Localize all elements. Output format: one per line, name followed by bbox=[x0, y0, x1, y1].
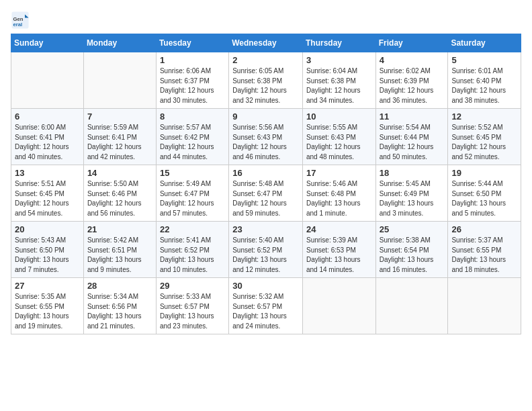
calendar-cell: 18Sunrise: 5:45 AM Sunset: 6:49 PM Dayli… bbox=[375, 165, 448, 222]
day-number: 29 bbox=[160, 281, 225, 291]
day-number: 5 bbox=[451, 55, 517, 65]
day-number: 27 bbox=[15, 281, 80, 291]
column-header-monday: Monday bbox=[83, 34, 156, 52]
day-number: 15 bbox=[160, 168, 225, 178]
calendar-cell: 30Sunrise: 5:32 AM Sunset: 6:57 PM Dayli… bbox=[229, 278, 303, 334]
day-number: 16 bbox=[232, 168, 299, 178]
calendar-cell bbox=[83, 52, 156, 109]
calendar-cell: 2Sunrise: 6:05 AM Sunset: 6:38 PM Daylig… bbox=[229, 52, 303, 109]
day-number: 6 bbox=[15, 111, 80, 122]
calendar-cell bbox=[448, 278, 521, 334]
day-info: Sunrise: 5:56 AM Sunset: 6:43 PM Dayligh… bbox=[232, 123, 299, 162]
day-number: 14 bbox=[87, 168, 152, 178]
day-number: 17 bbox=[306, 168, 372, 178]
day-number: 22 bbox=[160, 224, 225, 234]
day-number: 30 bbox=[232, 281, 299, 291]
column-header-thursday: Thursday bbox=[302, 34, 375, 52]
calendar-cell: 17Sunrise: 5:46 AM Sunset: 6:48 PM Dayli… bbox=[302, 165, 375, 222]
day-info: Sunrise: 6:01 AM Sunset: 6:40 PM Dayligh… bbox=[451, 66, 517, 105]
day-number: 19 bbox=[451, 168, 517, 178]
calendar-week-row: 6Sunrise: 6:00 AM Sunset: 6:41 PM Daylig… bbox=[11, 109, 521, 165]
day-number: 28 bbox=[87, 281, 152, 291]
day-info: Sunrise: 5:45 AM Sunset: 6:49 PM Dayligh… bbox=[380, 179, 445, 218]
calendar-cell: 26Sunrise: 5:37 AM Sunset: 6:55 PM Dayli… bbox=[448, 222, 521, 278]
calendar-cell: 1Sunrise: 6:06 AM Sunset: 6:37 PM Daylig… bbox=[156, 52, 228, 109]
calendar-cell: 27Sunrise: 5:35 AM Sunset: 6:55 PM Dayli… bbox=[11, 278, 84, 334]
day-info: Sunrise: 5:44 AM Sunset: 6:50 PM Dayligh… bbox=[451, 179, 517, 218]
column-header-friday: Friday bbox=[375, 34, 448, 52]
calendar-cell: 12Sunrise: 5:52 AM Sunset: 6:45 PM Dayli… bbox=[448, 109, 521, 165]
column-header-wednesday: Wednesday bbox=[229, 34, 303, 52]
column-header-tuesday: Tuesday bbox=[156, 34, 228, 52]
day-info: Sunrise: 5:35 AM Sunset: 6:55 PM Dayligh… bbox=[15, 292, 80, 331]
day-number: 8 bbox=[160, 111, 225, 122]
day-info: Sunrise: 5:34 AM Sunset: 6:56 PM Dayligh… bbox=[87, 292, 152, 331]
day-info: Sunrise: 6:05 AM Sunset: 6:38 PM Dayligh… bbox=[232, 66, 299, 105]
calendar-cell: 6Sunrise: 6:00 AM Sunset: 6:41 PM Daylig… bbox=[11, 109, 84, 165]
calendar-week-row: 13Sunrise: 5:51 AM Sunset: 6:45 PM Dayli… bbox=[11, 165, 521, 222]
day-info: Sunrise: 5:46 AM Sunset: 6:48 PM Dayligh… bbox=[306, 179, 372, 218]
calendar-cell: 23Sunrise: 5:40 AM Sunset: 6:52 PM Dayli… bbox=[229, 222, 303, 278]
day-info: Sunrise: 6:00 AM Sunset: 6:41 PM Dayligh… bbox=[15, 123, 80, 162]
calendar-cell: 11Sunrise: 5:54 AM Sunset: 6:44 PM Dayli… bbox=[375, 109, 448, 165]
calendar-cell: 15Sunrise: 5:49 AM Sunset: 6:47 PM Dayli… bbox=[156, 165, 228, 222]
day-number: 18 bbox=[380, 168, 445, 178]
day-info: Sunrise: 6:02 AM Sunset: 6:39 PM Dayligh… bbox=[380, 66, 445, 105]
day-number: 24 bbox=[306, 224, 372, 234]
calendar-cell bbox=[11, 52, 84, 109]
calendar-cell: 14Sunrise: 5:50 AM Sunset: 6:46 PM Dayli… bbox=[83, 165, 156, 222]
calendar-header-row: SundayMondayTuesdayWednesdayThursdayFrid… bbox=[11, 34, 521, 52]
day-info: Sunrise: 5:52 AM Sunset: 6:45 PM Dayligh… bbox=[451, 123, 517, 162]
column-header-sunday: Sunday bbox=[11, 34, 84, 52]
day-info: Sunrise: 5:50 AM Sunset: 6:46 PM Dayligh… bbox=[87, 179, 152, 218]
day-info: Sunrise: 5:39 AM Sunset: 6:53 PM Dayligh… bbox=[306, 236, 372, 275]
calendar-week-row: 27Sunrise: 5:35 AM Sunset: 6:55 PM Dayli… bbox=[11, 278, 521, 334]
day-info: Sunrise: 5:42 AM Sunset: 6:51 PM Dayligh… bbox=[87, 236, 152, 275]
column-header-saturday: Saturday bbox=[448, 34, 521, 52]
day-number: 12 bbox=[451, 111, 517, 122]
calendar-cell: 24Sunrise: 5:39 AM Sunset: 6:53 PM Dayli… bbox=[302, 222, 375, 278]
day-info: Sunrise: 6:06 AM Sunset: 6:37 PM Dayligh… bbox=[160, 66, 225, 105]
calendar-cell bbox=[375, 278, 448, 334]
page-header: Gen eral bbox=[11, 11, 521, 30]
calendar-cell: 21Sunrise: 5:42 AM Sunset: 6:51 PM Dayli… bbox=[83, 222, 156, 278]
calendar-cell: 7Sunrise: 5:59 AM Sunset: 6:41 PM Daylig… bbox=[83, 109, 156, 165]
calendar-week-row: 1Sunrise: 6:06 AM Sunset: 6:37 PM Daylig… bbox=[11, 52, 521, 109]
day-info: Sunrise: 6:04 AM Sunset: 6:38 PM Dayligh… bbox=[306, 66, 372, 105]
day-info: Sunrise: 5:33 AM Sunset: 6:57 PM Dayligh… bbox=[160, 292, 225, 331]
day-info: Sunrise: 5:48 AM Sunset: 6:47 PM Dayligh… bbox=[232, 179, 299, 218]
calendar-cell bbox=[302, 278, 375, 334]
calendar-cell: 28Sunrise: 5:34 AM Sunset: 6:56 PM Dayli… bbox=[83, 278, 156, 334]
day-info: Sunrise: 5:57 AM Sunset: 6:42 PM Dayligh… bbox=[160, 123, 225, 162]
calendar-table: SundayMondayTuesdayWednesdayThursdayFrid… bbox=[11, 34, 521, 334]
calendar-cell: 9Sunrise: 5:56 AM Sunset: 6:43 PM Daylig… bbox=[229, 109, 303, 165]
day-number: 21 bbox=[87, 224, 152, 234]
day-info: Sunrise: 5:38 AM Sunset: 6:54 PM Dayligh… bbox=[380, 236, 445, 275]
calendar-cell: 13Sunrise: 5:51 AM Sunset: 6:45 PM Dayli… bbox=[11, 165, 84, 222]
svg-text:eral: eral bbox=[13, 21, 23, 28]
day-number: 10 bbox=[306, 111, 372, 122]
day-number: 2 bbox=[232, 55, 299, 65]
day-info: Sunrise: 5:37 AM Sunset: 6:55 PM Dayligh… bbox=[451, 236, 517, 275]
day-info: Sunrise: 5:59 AM Sunset: 6:41 PM Dayligh… bbox=[87, 123, 152, 162]
day-number: 9 bbox=[232, 111, 299, 122]
day-info: Sunrise: 5:32 AM Sunset: 6:57 PM Dayligh… bbox=[232, 292, 299, 331]
calendar-week-row: 20Sunrise: 5:43 AM Sunset: 6:50 PM Dayli… bbox=[11, 222, 521, 278]
day-info: Sunrise: 5:40 AM Sunset: 6:52 PM Dayligh… bbox=[232, 236, 299, 275]
calendar-cell: 19Sunrise: 5:44 AM Sunset: 6:50 PM Dayli… bbox=[448, 165, 521, 222]
day-number: 3 bbox=[306, 55, 372, 65]
calendar-cell: 22Sunrise: 5:41 AM Sunset: 6:52 PM Dayli… bbox=[156, 222, 228, 278]
logo: Gen eral bbox=[11, 11, 32, 30]
logo-icon: Gen eral bbox=[11, 11, 30, 30]
day-number: 13 bbox=[15, 168, 80, 178]
day-number: 4 bbox=[380, 55, 445, 65]
day-info: Sunrise: 5:49 AM Sunset: 6:47 PM Dayligh… bbox=[160, 179, 225, 218]
day-number: 1 bbox=[160, 55, 225, 65]
day-info: Sunrise: 5:54 AM Sunset: 6:44 PM Dayligh… bbox=[380, 123, 445, 162]
day-number: 26 bbox=[451, 224, 517, 234]
day-number: 7 bbox=[87, 111, 152, 122]
calendar-cell: 3Sunrise: 6:04 AM Sunset: 6:38 PM Daylig… bbox=[302, 52, 375, 109]
calendar-cell: 20Sunrise: 5:43 AM Sunset: 6:50 PM Dayli… bbox=[11, 222, 84, 278]
day-info: Sunrise: 5:55 AM Sunset: 6:43 PM Dayligh… bbox=[306, 123, 372, 162]
calendar-cell: 10Sunrise: 5:55 AM Sunset: 6:43 PM Dayli… bbox=[302, 109, 375, 165]
